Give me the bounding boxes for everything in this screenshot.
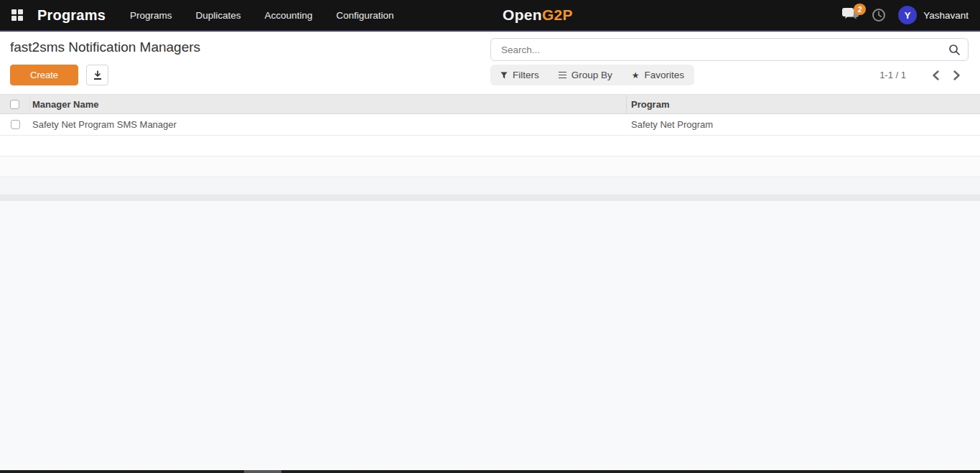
search-submit[interactable] bbox=[941, 44, 968, 56]
app-window: Programs Programs Duplicates Accounting … bbox=[0, 0, 980, 473]
row-checkbox[interactable] bbox=[11, 120, 20, 129]
table-bottom-shade bbox=[0, 195, 980, 201]
group-by-button[interactable]: Group By bbox=[559, 70, 612, 80]
column-header-manager-name[interactable]: Manager Name bbox=[30, 95, 627, 113]
activities-button[interactable] bbox=[872, 8, 886, 22]
favorites-label: Favorites bbox=[645, 70, 685, 80]
pager: 1-1 / 1 bbox=[879, 65, 964, 85]
empty-row-stripe bbox=[0, 156, 980, 177]
scrollbar-thumb[interactable] bbox=[244, 470, 281, 473]
chevron-left-icon bbox=[932, 70, 940, 80]
nav-item-accounting[interactable]: Accounting bbox=[265, 10, 313, 21]
apps-grid-icon[interactable] bbox=[11, 9, 23, 21]
funnel-icon bbox=[500, 72, 508, 79]
nav-item-duplicates[interactable]: Duplicates bbox=[196, 10, 241, 21]
apps-grid-square bbox=[11, 9, 17, 14]
user-avatar: Y bbox=[898, 6, 917, 24]
list-view: Manager Name Program Safety Net Program … bbox=[0, 94, 980, 201]
nav-item-configuration[interactable]: Configuration bbox=[336, 10, 393, 21]
export-button[interactable] bbox=[86, 65, 108, 85]
user-menu[interactable]: Y Yashavant bbox=[898, 6, 969, 24]
top-navbar: Programs Programs Duplicates Accounting … bbox=[0, 0, 980, 32]
table-row[interactable]: Safety Net Program SMS Manager Safety Ne… bbox=[0, 114, 980, 136]
logo-text-open: Open bbox=[503, 6, 542, 23]
apps-grid-square bbox=[18, 16, 23, 21]
navbar-right-cluster: 2 Y Yashavant bbox=[842, 6, 969, 24]
nav-menu: Programs Duplicates Accounting Configura… bbox=[130, 10, 394, 21]
nav-item-programs[interactable]: Programs bbox=[130, 10, 172, 21]
pager-previous-button[interactable] bbox=[928, 67, 943, 83]
empty-row-stripe bbox=[0, 136, 980, 156]
select-all-cell bbox=[0, 95, 30, 113]
search-input[interactable] bbox=[491, 45, 941, 55]
download-icon bbox=[93, 70, 103, 80]
apps-grid-square bbox=[11, 16, 17, 21]
page-title: fast2sms Notification Managers bbox=[10, 39, 200, 55]
messages-button[interactable]: 2 bbox=[842, 7, 859, 23]
row-cell-program[interactable]: Safety Net Program bbox=[627, 114, 980, 135]
search-box bbox=[490, 38, 969, 61]
search-icon bbox=[948, 44, 961, 56]
content-header: fast2sms Notification Managers Create bbox=[0, 32, 980, 94]
action-buttons: Create bbox=[10, 65, 108, 85]
select-all-checkbox[interactable] bbox=[10, 100, 19, 109]
column-header-program[interactable]: Program bbox=[627, 95, 980, 113]
horizontal-scrollbar[interactable] bbox=[0, 470, 980, 473]
favorites-star-icon: ★ bbox=[632, 71, 640, 80]
app-brand-title[interactable]: Programs bbox=[37, 7, 106, 24]
chevron-right-icon bbox=[953, 70, 961, 80]
logo-text-g2p: G2P bbox=[542, 6, 573, 23]
empty-row-stripe bbox=[0, 177, 980, 195]
pager-next-button[interactable] bbox=[948, 67, 964, 83]
group-by-icon bbox=[559, 72, 566, 78]
filters-label: Filters bbox=[513, 70, 539, 80]
row-cell-manager-name[interactable]: Safety Net Program SMS Manager bbox=[30, 114, 627, 135]
favorites-button[interactable]: ★ Favorites bbox=[632, 70, 684, 80]
filter-bar: Filters Group By ★ Favorites bbox=[490, 65, 694, 85]
clock-icon bbox=[872, 8, 886, 22]
pager-range: 1-1 / 1 bbox=[879, 70, 906, 80]
openg2p-logo: OpenG2P bbox=[503, 6, 573, 24]
manager-name-value: Safety Net Program SMS Manager bbox=[32, 119, 177, 130]
column-header-label: Program bbox=[631, 99, 669, 110]
row-select-cell bbox=[0, 114, 30, 135]
program-value: Safety Net Program bbox=[631, 119, 713, 130]
user-name: Yashavant bbox=[923, 10, 969, 21]
create-button[interactable]: Create bbox=[10, 65, 78, 85]
group-by-label: Group By bbox=[571, 70, 612, 80]
apps-grid-square bbox=[18, 9, 23, 14]
table-header-row: Manager Name Program bbox=[0, 94, 980, 114]
column-header-label: Manager Name bbox=[32, 99, 98, 110]
filters-button[interactable]: Filters bbox=[500, 70, 539, 80]
messages-count-badge: 2 bbox=[854, 4, 866, 15]
